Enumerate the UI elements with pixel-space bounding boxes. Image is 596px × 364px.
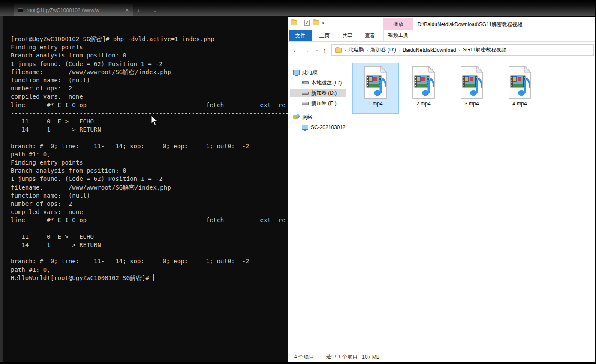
properties-check-icon[interactable]: ✓ [304,20,310,26]
sidebar-item-this-pc[interactable]: 此电脑 [290,68,346,77]
terminal-tab-title: root@UgyZwC1000102:/www/w [27,7,120,13]
breadcrumb-drive-d[interactable]: 新加卷 (D:) [370,46,396,54]
forward-button[interactable]: → [302,45,311,54]
file-name: 1.mp4 [368,101,382,107]
new-folder-icon[interactable] [313,20,319,25]
tab-share[interactable]: 共享 [337,30,357,41]
mouse-cursor [151,116,159,126]
selection-size: 107 MB [362,354,379,360]
ribbon-play-contextual-tab[interactable]: 播放 [383,18,413,30]
file-tile-2[interactable]: 2.mp4 [401,63,446,113]
video-file-icon [362,66,389,99]
video-file-icon [458,66,485,99]
file-name: 4.mp4 [512,101,527,107]
separator: | [327,19,328,26]
file-tile-3[interactable]: 3.mp4 [449,63,494,113]
drive-icon [302,92,309,95]
tab-video-tools[interactable]: 视频工具 [383,30,413,41]
tab-view[interactable]: 查看 [360,30,380,41]
file-list: 1.mp4 [346,59,595,352]
drive-icon [302,102,309,105]
sidebar-item-sc-202103012[interactable]: SC-202103012 [290,123,346,132]
sidebar-item-network[interactable]: 网络 [290,113,346,121]
up-button[interactable]: ↑ [320,45,329,54]
breadcrumb-chevron-icon: › [367,48,368,53]
sidebar-item-new-volume-d[interactable]: 新加卷 (D:) [290,89,346,97]
terminal-output[interactable]: [root@UgyZwC1000102 SG解密]# php -dvld.act… [0,16,288,362]
explorer-main: 此电脑 本地磁盘 (C:) 新加卷 (D:) 新加卷 (E:) 网络 [288,59,595,352]
sidebar-item-new-volume-e[interactable]: 新加卷 (E:) [290,99,346,108]
close-tab-icon[interactable]: ✕ [124,7,130,13]
terminal-text: [root@UgyZwC1000102 SG解密]# php -dvld.act… [11,35,288,282]
folder-icon[interactable] [291,20,297,25]
quick-access-toolbar: | ✓ ▾ | [291,19,328,26]
breadcrumb-chevron-icon: › [458,48,460,53]
separator: | [300,19,301,26]
file-tile-4[interactable]: 4.mp4 [497,63,542,113]
file-tile-1[interactable]: 1.mp4 [353,63,398,113]
selection-count: 选中 1 个项目 [326,353,358,361]
customize-toolbar-dropdown-icon[interactable]: ▾ [322,21,324,25]
address-bar[interactable]: › 此电脑 › 新加卷 (D:) › BaiduNetdiskDownload … [331,44,594,56]
sidebar-item-local-disk-c[interactable]: 本地磁盘 (C:) [290,78,346,87]
status-divider [320,354,320,360]
ribbon-tabs: 文件 主页 共享 查看 视频工具 [288,30,595,42]
status-bar: 4 个项目 选中 1 个项目 107 MB [288,352,595,362]
terminal-left-edge [0,16,3,362]
address-bar-row: ← → ⌄ ↑ › 此电脑 › 新加卷 (D:) › BaiduNetdiskD… [288,42,595,59]
items-count: 4 个项目 [294,353,314,361]
back-button[interactable]: ← [291,45,300,54]
window-title: D:\BaiduNetdiskDownload\SG11解密教程视频 [418,21,523,28]
tab-file[interactable]: 文件 [289,30,312,41]
file-explorer-window: | ✓ ▾ | 播放 D:\BaiduNetdiskDownload\SG11解… [288,17,595,362]
screen: root@UgyZwC1000102:/www/w ✕ + ⌄ [root@Ug… [0,0,596,364]
terminal-cursor [153,274,154,281]
computer-icon [302,125,308,130]
tab-dropdown-icon[interactable]: ⌄ [148,4,161,16]
new-tab-button[interactable]: + [132,4,145,16]
bottom-border [0,362,596,364]
terminal-window-icon [18,8,23,13]
network-icon [293,114,300,120]
file-name: 3.mp4 [464,101,479,107]
computer-icon [293,70,300,75]
terminal-tab[interactable]: root@UgyZwC1000102:/www/w ✕ [14,4,133,16]
file-name: 2.mp4 [416,101,430,107]
explorer-titlebar: | ✓ ▾ | 播放 D:\BaiduNetdiskDownload\SG11解… [288,17,595,30]
video-file-icon [410,66,437,99]
current-folder-icon [335,48,342,53]
video-file-icon [506,66,533,99]
drive-windows-icon [302,81,309,84]
breadcrumb-this-pc[interactable]: 此电脑 [349,46,364,54]
tab-home[interactable]: 主页 [315,30,334,41]
terminal-titlebar: root@UgyZwC1000102:/www/w ✕ + ⌄ [0,0,596,16]
breadcrumb-chevron-icon: › [344,48,346,53]
breadcrumb-sg11-folder[interactable]: SG11解密教程视频 [463,46,506,54]
navigation-pane: 此电脑 本地磁盘 (C:) 新加卷 (D:) 新加卷 (E:) 网络 [288,59,346,352]
breadcrumb-chevron-icon: › [399,48,400,53]
breadcrumb-baidunetdiskdownload[interactable]: BaiduNetdiskDownload [403,47,456,53]
